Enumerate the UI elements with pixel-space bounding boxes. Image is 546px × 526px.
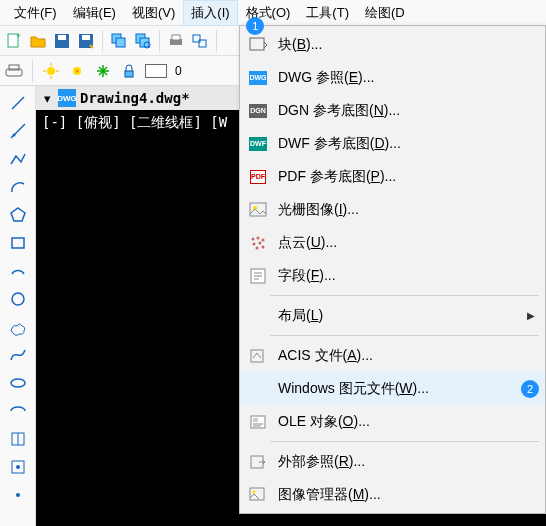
line-icon[interactable] <box>7 92 29 114</box>
menu-insert[interactable]: 插入(I) 1 <box>183 0 237 26</box>
menu-pdf-ref[interactable]: PDF PDF 参考底图(P)... <box>240 160 545 193</box>
layer-value: 0 <box>175 64 182 78</box>
svg-point-44 <box>252 237 255 240</box>
menu-draw[interactable]: 绘图(D <box>357 0 413 26</box>
menu-wmf[interactable]: Windows 图元文件(W)... 2 <box>240 372 545 405</box>
svg-point-45 <box>257 236 260 239</box>
raster-icon <box>246 199 270 221</box>
menu-separator <box>270 441 539 442</box>
menu-field[interactable]: 字段(F)... <box>240 259 545 292</box>
submenu-arrow-icon: ▶ <box>527 310 535 321</box>
svg-point-47 <box>253 242 256 245</box>
annotation-badge-2: 2 <box>521 380 539 398</box>
pdf-ref-icon: PDF <box>246 166 270 188</box>
menu-dgn-ref[interactable]: DGN DGN 参考底图(N)... <box>240 94 545 127</box>
plot-icon[interactable] <box>4 61 24 81</box>
svg-text:+: + <box>16 32 21 41</box>
svg-rect-28 <box>125 71 133 77</box>
menu-dgn-ref-label: DGN 参考底图(N)... <box>278 102 535 120</box>
open-icon[interactable] <box>28 31 48 51</box>
dwf-ref-icon: DWF <box>246 133 270 155</box>
menu-view[interactable]: 视图(V) <box>124 0 183 26</box>
revcloud-icon[interactable] <box>7 316 29 338</box>
menu-xref[interactable]: 外部参照(R)... <box>240 445 545 478</box>
svg-rect-61 <box>250 488 264 500</box>
copyobj-icon[interactable] <box>109 31 129 51</box>
new-icon[interactable]: + <box>4 31 24 51</box>
layout-icon <box>246 305 270 327</box>
svg-point-49 <box>256 246 259 249</box>
separator <box>32 60 33 82</box>
makeblock-icon[interactable] <box>7 456 29 478</box>
spline-icon[interactable] <box>7 344 29 366</box>
printpreview-icon[interactable] <box>190 31 210 51</box>
color-swatch[interactable] <box>145 64 167 78</box>
saveas-icon[interactable] <box>76 31 96 51</box>
svg-rect-55 <box>251 350 263 362</box>
menu-raster[interactable]: 光栅图像(I)... <box>240 193 545 226</box>
svg-rect-5 <box>82 35 90 40</box>
copyobj2-icon[interactable] <box>133 31 153 51</box>
menu-layout[interactable]: 布局(L) ▶ <box>240 299 545 332</box>
point-icon[interactable] <box>7 484 29 506</box>
menu-dwf-ref[interactable]: DWF DWF 参考底图(D)... <box>240 127 545 160</box>
menu-pointcloud[interactable]: 点云(U)... <box>240 226 545 259</box>
circle-icon[interactable] <box>7 288 29 310</box>
svg-rect-41 <box>250 38 264 50</box>
xline-icon[interactable] <box>7 120 29 142</box>
menu-block[interactable]: 块(B)... <box>240 28 545 61</box>
menu-imgmgr[interactable]: 图像管理器(M)... <box>240 478 545 511</box>
menu-insert-label: 插入(I) <box>191 5 229 20</box>
menu-dwg-ref-label: DWG 参照(E)... <box>278 69 535 87</box>
separator <box>159 30 160 52</box>
svg-rect-7 <box>116 38 125 47</box>
menu-edit[interactable]: 编辑(E) <box>65 0 124 26</box>
xref-icon <box>246 451 270 473</box>
freeze-icon[interactable] <box>67 61 87 81</box>
menu-acis-label: ACIS 文件(A)... <box>278 347 535 365</box>
pointcloud-icon <box>246 232 270 254</box>
svg-point-46 <box>262 238 265 241</box>
tab-arrow-icon: ▾ <box>40 91 54 105</box>
menu-layout-label: 布局(L) <box>278 307 527 325</box>
rect-icon[interactable] <box>7 232 29 254</box>
svg-line-29 <box>12 97 24 109</box>
print-icon[interactable] <box>166 31 186 51</box>
arc2-icon[interactable] <box>7 260 29 282</box>
svg-rect-33 <box>12 238 24 248</box>
menu-separator <box>270 295 539 296</box>
menu-dwg-ref[interactable]: DWG DWG 参照(E)... <box>240 61 545 94</box>
dwg-file-icon: DWG <box>58 89 76 107</box>
svg-rect-3 <box>58 35 66 40</box>
sun-icon[interactable] <box>41 61 61 81</box>
freeze2-icon[interactable] <box>93 61 113 81</box>
svg-point-40 <box>16 493 20 497</box>
menu-ole[interactable]: OLE 对象(O)... <box>240 405 545 438</box>
svg-rect-57 <box>253 418 258 422</box>
ellipsearc-icon[interactable] <box>7 400 29 422</box>
menu-tools[interactable]: 工具(T) <box>298 0 357 26</box>
field-icon <box>246 265 270 287</box>
lock-icon[interactable] <box>119 61 139 81</box>
imgmgr-icon <box>246 484 270 506</box>
polygon-icon[interactable] <box>7 204 29 226</box>
menu-file[interactable]: 文件(F) <box>6 0 65 26</box>
svg-rect-42 <box>250 203 266 216</box>
svg-point-34 <box>12 293 24 305</box>
menu-wmf-label: Windows 图元文件(W)... <box>278 380 535 398</box>
polyline-icon[interactable] <box>7 148 29 170</box>
arc-icon[interactable] <box>7 176 29 198</box>
svg-point-23 <box>76 69 79 72</box>
menu-bar: 文件(F) 编辑(E) 视图(V) 插入(I) 1 格式(O) 工具(T) 绘图… <box>0 0 546 26</box>
separator <box>216 30 217 52</box>
menu-pointcloud-label: 点云(U)... <box>278 234 535 252</box>
acis-icon <box>246 345 270 367</box>
annotation-badge-1: 1 <box>246 17 264 35</box>
menu-acis[interactable]: ACIS 文件(A)... <box>240 339 545 372</box>
ellipse-icon[interactable] <box>7 372 29 394</box>
insertblock-icon[interactable] <box>7 428 29 450</box>
save-icon[interactable] <box>52 31 72 51</box>
menu-ole-label: OLE 对象(O)... <box>278 413 535 431</box>
menu-dwf-ref-label: DWF 参考底图(D)... <box>278 135 535 153</box>
dgn-ref-icon: DGN <box>246 100 270 122</box>
